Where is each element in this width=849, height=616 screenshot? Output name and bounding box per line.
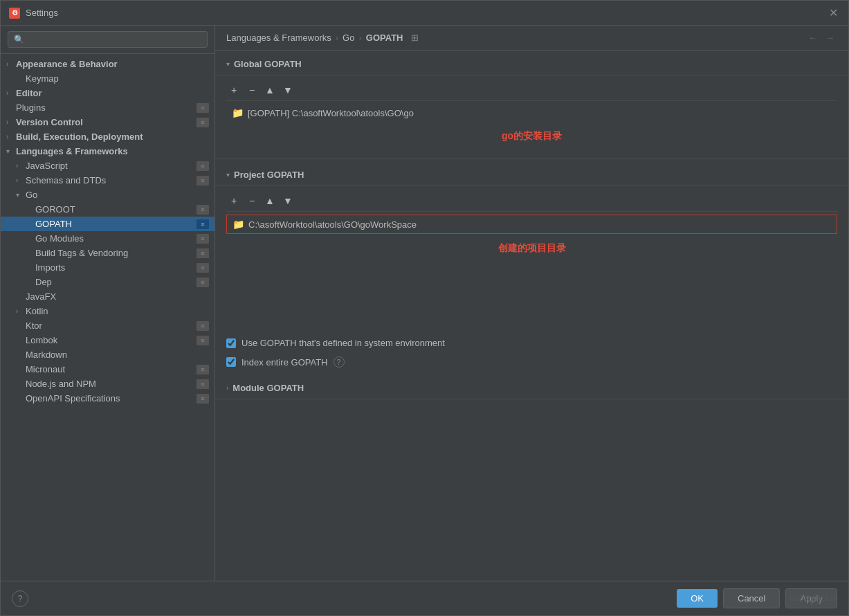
sidebar-item-version-control[interactable]: › Version Control ≡ <box>1 115 214 129</box>
sidebar-item-label: Dep <box>35 277 197 287</box>
sidebar: › Appearance & Behavior Keymap › Editor … <box>1 26 215 581</box>
sidebar-item-appearance[interactable]: › Appearance & Behavior <box>1 57 214 71</box>
sidebar-item-keymap[interactable]: Keymap <box>1 71 214 86</box>
sidebar-item-schemas-dtds[interactable]: › Schemas and DTDs ≡ <box>1 173 214 188</box>
sidebar-item-label: Languages & Frameworks <box>16 146 209 156</box>
sidebar-tree: › Appearance & Behavior Keymap › Editor … <box>1 54 214 581</box>
ext-icon: ≡ <box>197 176 209 185</box>
sidebar-item-label: Plugins <box>16 102 197 113</box>
module-gopath-title: Module GOPATH <box>232 383 304 393</box>
sidebar-item-micronaut[interactable]: Micronaut ≡ <box>1 362 214 377</box>
checkbox-index-gopath-row: Index entire GOPATH ? <box>215 352 848 372</box>
breadcrumb-go[interactable]: Go <box>343 33 354 43</box>
nav-forward-icon[interactable]: → <box>823 33 837 43</box>
sidebar-item-kotlin[interactable]: › Kotlin <box>1 304 214 318</box>
ext-icon: ≡ <box>197 248 209 258</box>
arrow-icon: › <box>6 133 16 141</box>
sidebar-item-plugins[interactable]: Plugins ≡ <box>1 100 214 115</box>
global-gopath-header[interactable]: ▾ Global GOPATH <box>215 53 848 75</box>
ext-icon: ≡ <box>197 336 209 345</box>
sidebar-item-go-modules[interactable]: Go Modules ≡ <box>1 231 214 246</box>
global-gopath-toolbar: + − ▲ ▼ <box>226 80 837 101</box>
sidebar-item-ktor[interactable]: Ktor ≡ <box>1 318 214 333</box>
ok-button[interactable]: OK <box>677 589 718 608</box>
project-gopath-header[interactable]: ▾ Project GOPATH <box>215 164 848 186</box>
sidebar-item-label: Schemas and DTDs <box>26 175 197 185</box>
sidebar-item-imports[interactable]: Imports ≡ <box>1 260 214 275</box>
breadcrumb-menu-icon[interactable]: ⊞ <box>411 33 419 43</box>
sidebar-item-languages-frameworks[interactable]: ▾ Languages & Frameworks <box>1 144 214 158</box>
project-gopath-title: Project GOPATH <box>234 170 304 180</box>
arrow-icon: › <box>16 162 26 170</box>
watermark: CSDN @yuio呀 <box>789 594 838 604</box>
project-gopath-remove-button[interactable]: − <box>244 193 259 208</box>
breadcrumb-languages[interactable]: Languages & Frameworks <box>226 33 331 43</box>
sidebar-item-javafx[interactable]: JavaFX <box>1 289 214 304</box>
spacer-area <box>215 264 848 334</box>
global-gopath-remove-button[interactable]: − <box>244 82 259 98</box>
project-gopath-add-button[interactable]: + <box>226 193 241 208</box>
title-bar: ⚙ Settings ✕ <box>1 1 848 26</box>
module-gopath-header[interactable]: › Module GOPATH <box>215 377 848 399</box>
sidebar-item-markdown[interactable]: Markdown <box>1 347 214 362</box>
global-gopath-annotation: go的安装目录 <box>226 125 837 148</box>
sidebar-item-goroot[interactable]: GOROOT ≡ <box>1 202 214 217</box>
sidebar-item-label: Kotlin <box>26 306 209 316</box>
sidebar-item-label: GOPATH <box>35 219 197 229</box>
project-gopath-down-button[interactable]: ▼ <box>280 193 295 208</box>
sidebar-item-gopath[interactable]: GOPATH ≡ <box>1 217 214 231</box>
use-gopath-checkbox[interactable] <box>226 338 236 348</box>
sidebar-item-label: Imports <box>35 262 197 273</box>
sidebar-item-build-tags[interactable]: Build Tags & Vendoring ≡ <box>1 246 214 260</box>
use-gopath-label[interactable]: Use GOPATH that's defined in system envi… <box>241 338 445 348</box>
ext-icon: ≡ <box>197 234 209 244</box>
arrow-icon: ▾ <box>6 147 16 155</box>
arrow-icon: › <box>6 89 16 97</box>
folder-icon: 📁 <box>232 107 244 118</box>
help-button[interactable]: ? <box>12 590 28 607</box>
sidebar-item-label: Ktor <box>26 320 197 331</box>
project-gopath-annotation: 创建的项目目录 <box>226 237 837 260</box>
sidebar-item-dep[interactable]: Dep ≡ <box>1 275 214 289</box>
ext-icon: ≡ <box>197 321 209 331</box>
sidebar-item-editor[interactable]: › Editor <box>1 86 214 100</box>
sidebar-item-label: OpenAPI Specifications <box>26 393 197 404</box>
index-gopath-help-icon[interactable]: ? <box>334 356 345 368</box>
sidebar-item-nodejs[interactable]: Node.js and NPM ≡ <box>1 377 214 391</box>
breadcrumb-bar: Languages & Frameworks › Go › GOPATH ⊞ ←… <box>215 26 848 51</box>
divider-1 <box>215 158 848 158</box>
sidebar-item-lombok[interactable]: Lombok ≡ <box>1 333 214 347</box>
ext-icon: ≡ <box>197 219 209 229</box>
project-gopath-up-button[interactable]: ▲ <box>262 193 277 208</box>
breadcrumb-gopath[interactable]: GOPATH <box>366 33 403 43</box>
project-gopath-path-item[interactable]: 📁 C:\asoftWorktool\atools\GO\goWorkSpace <box>226 215 837 234</box>
index-gopath-checkbox[interactable] <box>226 357 236 367</box>
cancel-button[interactable]: Cancel <box>723 588 780 608</box>
sidebar-item-label: Build, Execution, Deployment <box>16 132 209 142</box>
sidebar-item-label: Markdown <box>26 350 209 360</box>
arrow-icon: › <box>6 118 16 126</box>
search-input[interactable] <box>8 31 208 48</box>
global-gopath-down-button[interactable]: ▼ <box>280 82 295 98</box>
sidebar-item-go[interactable]: ▾ Go <box>1 188 214 202</box>
index-gopath-label[interactable]: Index entire GOPATH <box>241 357 328 368</box>
global-gopath-path-item[interactable]: 📁 [GOPATH] C:\asoftWorktool\atools\GO\go <box>226 104 837 122</box>
close-button[interactable]: ✕ <box>826 6 840 20</box>
sidebar-item-javascript[interactable]: › JavaScript ≡ <box>1 158 214 173</box>
ext-icon: ≡ <box>197 103 209 113</box>
sidebar-item-openapi[interactable]: OpenAPI Specifications ≡ <box>1 391 214 406</box>
nav-arrows: ← → <box>805 33 837 43</box>
right-panel: Languages & Frameworks › Go › GOPATH ⊞ ←… <box>215 26 848 581</box>
search-box <box>1 26 214 54</box>
window-title: Settings <box>26 8 826 18</box>
ext-icon: ≡ <box>197 263 209 273</box>
global-gopath-up-button[interactable]: ▲ <box>262 82 277 98</box>
nav-back-icon[interactable]: ← <box>805 33 820 43</box>
breadcrumb-sep-2: › <box>358 33 361 43</box>
sidebar-item-label: GOROOT <box>35 204 197 215</box>
project-gopath-path: C:\asoftWorktool\atools\GO\goWorkSpace <box>248 219 417 230</box>
sidebar-item-build-exec[interactable]: › Build, Execution, Deployment <box>1 129 214 144</box>
sidebar-item-label: JavaFX <box>26 291 209 302</box>
project-gopath-content: + − ▲ ▼ 📁 C:\asoftWorktool\atools\GO\goW… <box>215 186 848 264</box>
global-gopath-add-button[interactable]: + <box>226 82 241 98</box>
